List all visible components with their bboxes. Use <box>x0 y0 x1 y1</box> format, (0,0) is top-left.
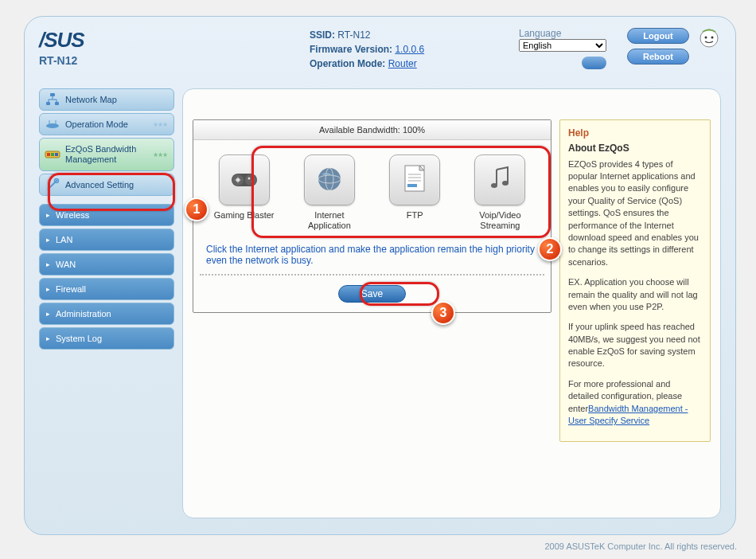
language-select[interactable]: English <box>519 39 606 52</box>
app-label: Internet Application <box>298 210 361 231</box>
save-button[interactable]: Save <box>338 285 406 303</box>
document-icon <box>401 163 428 197</box>
meter-icon <box>45 147 60 162</box>
app-label: Gaming Blaster <box>212 210 276 221</box>
language-label: Language <box>519 28 622 39</box>
gamepad-icon <box>228 167 260 194</box>
svg-point-21 <box>251 180 253 182</box>
app-label: FTP <box>383 210 446 221</box>
svg-rect-29 <box>407 184 417 187</box>
sidebar-label: WAN <box>56 260 76 269</box>
router-icon <box>45 116 60 132</box>
brand-logo: /SUS <box>39 28 182 53</box>
logout-button[interactable]: Logout <box>627 28 689 44</box>
svg-rect-10 <box>47 153 50 156</box>
opmode-label: Operation Mode: <box>310 58 385 69</box>
sidebar-sub-lan[interactable]: LAN <box>39 229 174 251</box>
app-label: Voip/Video Streaming <box>468 210 532 231</box>
footer-text: 2009 ASUSTeK Computer Inc. All rights re… <box>544 541 737 551</box>
bandwidth-title: Available Bandwidth: 100% <box>193 120 551 140</box>
help-text: EZQoS provides 4 types of popular Intern… <box>568 158 702 269</box>
instruction-text: Click the Internet application and make … <box>193 237 551 274</box>
music-note-icon <box>485 163 514 197</box>
sidebar-label: Firewall <box>56 284 86 294</box>
opmode-link[interactable]: Router <box>388 58 417 69</box>
network-icon <box>45 92 60 108</box>
help-title: Help <box>568 127 702 140</box>
svg-rect-11 <box>51 153 54 156</box>
sidebar-label: System Log <box>56 334 102 343</box>
firmware-label: Firmware Version: <box>310 44 392 55</box>
language-area: Language English <box>519 28 622 69</box>
sidebar-label: Operation Mode <box>65 119 128 129</box>
sidebar-label: Network Map <box>65 95 117 104</box>
app-ftp[interactable]: FTP <box>383 154 446 231</box>
mascot-icon <box>699 28 721 49</box>
ssid-value: RT-N12 <box>337 29 370 41</box>
header: /SUS RT-N12 SSID: RT-N12 Firmware Versio… <box>39 28 721 84</box>
svg-point-6 <box>46 123 59 128</box>
sidebar-item-ezqos[interactable]: EzQoS Bandwidth Management ★★★ <box>39 138 174 171</box>
sidebar-label: EzQoS Bandwidth Management <box>65 144 167 165</box>
sidebar-label: Administration <box>56 309 111 319</box>
svg-rect-3 <box>50 93 55 96</box>
svg-rect-5 <box>55 102 59 105</box>
help-text: EX. Application you choose will remain t… <box>568 276 702 313</box>
sidebar-label: Wireless <box>56 210 89 220</box>
app-gaming-blaster[interactable]: Gaming Blaster <box>212 154 276 231</box>
stars-icon: ★★★ <box>153 121 167 128</box>
app-internet-application[interactable]: Internet Application <box>298 154 361 231</box>
status-info: SSID: RT-N12 Firmware Version: 1.0.0.6 O… <box>182 28 519 71</box>
help-about: About EzQoS <box>568 142 702 155</box>
svg-point-22 <box>318 168 341 190</box>
svg-rect-4 <box>46 102 50 105</box>
sidebar-label: Advanced Setting <box>65 180 134 190</box>
svg-point-2 <box>711 37 714 39</box>
svg-point-31 <box>502 181 509 186</box>
ezqos-box: Available Bandwidth: 100% Gaming Blaster… <box>193 119 551 313</box>
app-voip-video[interactable]: Voip/Video Streaming <box>468 154 532 231</box>
sidebar-sub-wireless[interactable]: Wireless <box>39 204 174 226</box>
stars-icon: ★★★ <box>153 151 167 158</box>
svg-point-1 <box>705 37 707 39</box>
logo-area: /SUS RT-N12 <box>39 28 182 67</box>
help-text: If your uplink speed has reached 40MB/s,… <box>568 321 702 370</box>
sidebar-sub-administration[interactable]: Administration <box>39 303 174 325</box>
sidebar-sub-firewall[interactable]: Firewall <box>39 278 174 300</box>
help-panel: Help About EzQoS EZQoS provides 4 types … <box>559 119 711 442</box>
sidebar-sub-wan[interactable]: WAN <box>39 253 174 276</box>
svg-rect-19 <box>235 179 240 180</box>
reboot-button[interactable]: Reboot <box>627 49 689 64</box>
ssid-label: SSID: <box>310 29 335 41</box>
sidebar-item-network-map[interactable]: Network Map <box>39 88 174 111</box>
content-panel: Available Bandwidth: 100% Gaming Blaster… <box>182 88 721 518</box>
sidebar-sub-system-log[interactable]: System Log <box>39 327 174 350</box>
sidebar-item-advanced[interactable]: Advanced Setting <box>39 174 174 196</box>
svg-rect-12 <box>55 153 58 156</box>
sidebar: Network Map Operation Mode ★★★ EzQoS Ban… <box>39 88 174 518</box>
firmware-link[interactable]: 1.0.0.6 <box>395 44 424 55</box>
model-name: RT-N12 <box>39 54 182 67</box>
help-text: For more professional and detailed confi… <box>568 378 702 428</box>
sidebar-label: LAN <box>56 235 72 244</box>
svg-point-20 <box>247 177 250 179</box>
svg-point-16 <box>245 174 256 186</box>
go-button[interactable] <box>582 57 606 69</box>
tools-icon <box>45 177 60 193</box>
sidebar-item-operation-mode[interactable]: Operation Mode ★★★ <box>39 113 174 135</box>
globe-icon <box>314 163 345 197</box>
